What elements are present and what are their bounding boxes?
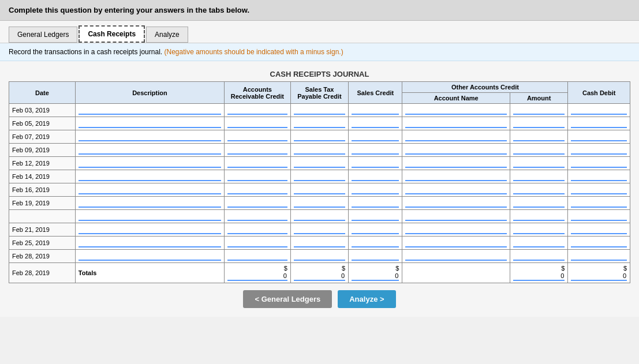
an-cell-9[interactable]	[402, 223, 510, 237]
ar-cell-1[interactable]	[225, 117, 291, 130]
st-cell-0[interactable]	[290, 104, 348, 117]
sc-cell-0[interactable]	[349, 104, 402, 117]
an-cell-11[interactable]	[402, 250, 510, 263]
st-cell-7[interactable]	[290, 197, 348, 210]
an-cell-0[interactable]	[402, 104, 510, 117]
sc-cell-9[interactable]	[349, 223, 402, 237]
amt-cell-11[interactable]	[510, 250, 567, 263]
amt-cell-1[interactable]	[510, 117, 567, 130]
desc-cell-10[interactable]	[75, 237, 224, 250]
ar-cell-6[interactable]	[225, 183, 291, 197]
an-cell-5[interactable]	[402, 170, 510, 183]
cd-cell-10[interactable]	[568, 237, 630, 250]
ar-cell-2[interactable]	[225, 130, 291, 144]
cd-cell-6[interactable]	[568, 183, 630, 197]
st-cell-5[interactable]	[290, 170, 348, 183]
st-cell-4[interactable]	[290, 157, 348, 170]
cd-cell-11[interactable]	[568, 250, 630, 263]
sc-cell-4[interactable]	[349, 157, 402, 170]
st-cell-8[interactable]	[290, 210, 348, 223]
ar-cell-4[interactable]	[225, 157, 291, 170]
sc-cell-8[interactable]	[349, 210, 402, 223]
an-cell-8[interactable]	[402, 210, 510, 223]
sc-cell-5[interactable]	[349, 170, 402, 183]
date-cell-7: Feb 19, 2019	[9, 197, 76, 210]
tab-general-ledgers[interactable]: General Ledgers	[9, 27, 77, 43]
st-cell-1[interactable]	[290, 117, 348, 130]
sc-cell-1[interactable]	[349, 117, 402, 130]
sc-cell-7[interactable]	[349, 197, 402, 210]
amt-cell-9[interactable]	[510, 223, 567, 237]
cd-cell-5[interactable]	[568, 170, 630, 183]
date-cell-8	[9, 210, 76, 223]
cd-cell-4[interactable]	[568, 157, 630, 170]
totals-st[interactable]: $	[290, 263, 348, 283]
cd-cell-3[interactable]	[568, 144, 630, 157]
ar-cell-8[interactable]	[225, 210, 291, 223]
prev-button[interactable]: < General Ledgers	[243, 290, 332, 308]
an-cell-7[interactable]	[402, 197, 510, 210]
amt-cell-5[interactable]	[510, 170, 567, 183]
st-cell-9[interactable]	[290, 223, 348, 237]
desc-cell-8[interactable]	[75, 210, 224, 223]
totals-amount[interactable]: $	[510, 263, 567, 283]
st-cell-6[interactable]	[290, 183, 348, 197]
an-cell-2[interactable]	[402, 130, 510, 144]
sc-cell-6[interactable]	[349, 183, 402, 197]
cd-cell-8[interactable]	[568, 210, 630, 223]
amt-cell-2[interactable]	[510, 130, 567, 144]
totals-sc[interactable]: $	[349, 263, 402, 283]
cd-cell-9[interactable]	[568, 223, 630, 237]
journal-title: CASH RECEIPTS JOURNAL	[9, 70, 630, 78]
desc-cell-3[interactable]	[75, 144, 224, 157]
cd-cell-1[interactable]	[568, 117, 630, 130]
desc-cell-4[interactable]	[75, 157, 224, 170]
next-button[interactable]: Analyze >	[338, 290, 395, 308]
amt-cell-7[interactable]	[510, 197, 567, 210]
desc-cell-7[interactable]	[75, 197, 224, 210]
sc-cell-2[interactable]	[349, 130, 402, 144]
totals-cd[interactable]: $	[568, 263, 630, 283]
desc-cell-11[interactable]	[75, 250, 224, 263]
an-cell-10[interactable]	[402, 237, 510, 250]
totals-ar[interactable]: $	[225, 263, 291, 283]
cd-cell-0[interactable]	[568, 104, 630, 117]
sc-cell-11[interactable]	[349, 250, 402, 263]
ar-cell-11[interactable]	[225, 250, 291, 263]
amt-cell-6[interactable]	[510, 183, 567, 197]
an-cell-6[interactable]	[402, 183, 510, 197]
ar-cell-5[interactable]	[225, 170, 291, 183]
st-cell-11[interactable]	[290, 250, 348, 263]
sc-cell-10[interactable]	[349, 237, 402, 250]
cd-cell-2[interactable]	[568, 130, 630, 144]
tab-analyze[interactable]: Analyze	[146, 27, 188, 43]
desc-cell-2[interactable]	[75, 130, 224, 144]
amt-cell-0[interactable]	[510, 104, 567, 117]
desc-cell-5[interactable]	[75, 170, 224, 183]
ar-cell-7[interactable]	[225, 197, 291, 210]
ar-cell-10[interactable]	[225, 237, 291, 250]
st-cell-3[interactable]	[290, 144, 348, 157]
amt-cell-10[interactable]	[510, 237, 567, 250]
st-cell-10[interactable]	[290, 237, 348, 250]
ar-cell-9[interactable]	[225, 223, 291, 237]
desc-cell-1[interactable]	[75, 117, 224, 130]
amt-cell-3[interactable]	[510, 144, 567, 157]
ar-cell-3[interactable]	[225, 144, 291, 157]
ar-cell-0[interactable]	[225, 104, 291, 117]
date-cell-10: Feb 25, 2019	[9, 237, 76, 250]
tab-cash-receipts[interactable]: Cash Receipts	[79, 25, 145, 43]
sc-cell-3[interactable]	[349, 144, 402, 157]
an-cell-1[interactable]	[402, 117, 510, 130]
an-cell-4[interactable]	[402, 157, 510, 170]
an-cell-3[interactable]	[402, 144, 510, 157]
desc-cell-6[interactable]	[75, 183, 224, 197]
col-header-cd: Cash Debit	[568, 82, 630, 104]
date-cell-11: Feb 28, 2019	[9, 250, 76, 263]
amt-cell-8[interactable]	[510, 210, 567, 223]
cd-cell-7[interactable]	[568, 197, 630, 210]
desc-cell-0[interactable]	[75, 104, 224, 117]
st-cell-2[interactable]	[290, 130, 348, 144]
desc-cell-9[interactable]	[75, 223, 224, 237]
amt-cell-4[interactable]	[510, 157, 567, 170]
